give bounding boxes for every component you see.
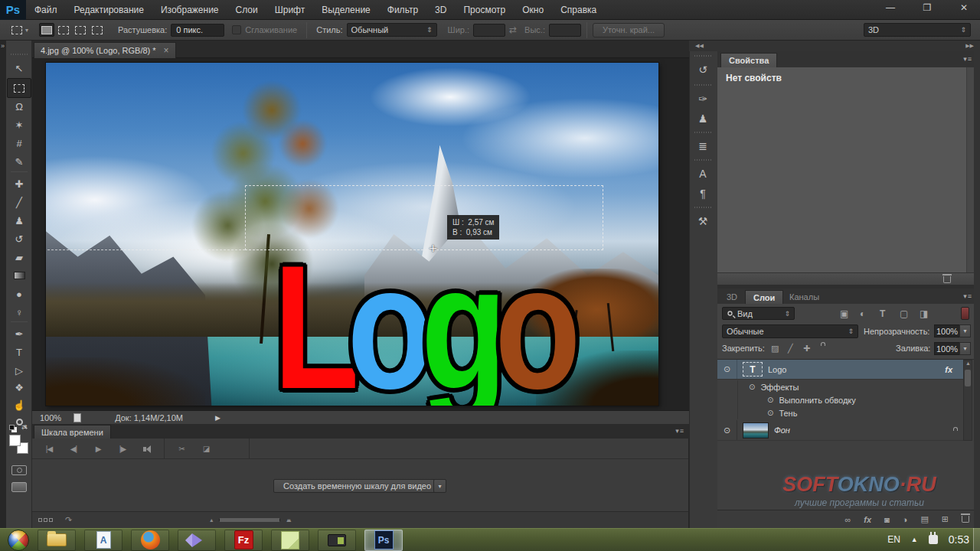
dodge-tool[interactable]: ♀ [8,304,30,321]
minimize-button[interactable]: — [880,2,900,13]
filter-adjustment-layers-icon[interactable]: ◐ [860,308,865,319]
lock-transparency-icon[interactable]: ▨ [771,344,779,354]
eraser-tool[interactable]: ▰ [8,249,30,266]
tab-layers[interactable]: Слои [745,290,783,304]
delete-layer-icon[interactable] [962,516,969,523]
mute-audio-icon[interactable] [135,445,159,453]
layer-mask-icon[interactable]: ◙ [884,515,890,524]
visibility-eye-icon[interactable]: ⊙ [767,396,773,404]
hand-tool[interactable]: ☝ [8,396,30,413]
swap-dimensions-icon[interactable]: ⇄ [509,24,517,35]
layer-group-icon[interactable]: ▤ [920,514,928,524]
menu-help[interactable]: Справка [552,0,605,20]
clone-source-panel-icon[interactable]: ♟ [691,109,714,129]
layer-filter-toggle[interactable] [961,307,969,320]
flowline-icon[interactable]: ↷ [65,515,72,525]
previous-frame-button[interactable]: ◀| [61,445,86,453]
layer-row-logo[interactable]: ⊙ T Logo fx [717,360,963,380]
selection-intersect-button[interactable] [90,23,105,37]
dock-gripper[interactable] [694,159,711,161]
shadow-effect-row[interactable]: ⊙ Тень [737,406,963,419]
taskbar-clock[interactable]: 0:53 [949,533,969,546]
document-tab[interactable]: 4.jpg @ 100% (Logo, RGB/8) * × [34,42,176,58]
taskbar-recorder-button[interactable] [318,530,356,551]
new-layer-icon[interactable]: ⊞ [942,514,949,524]
layer-row-background[interactable]: ⊙ Фон [717,420,963,441]
power-plug-icon[interactable] [929,535,938,544]
layer-style-icon[interactable]: fx [864,515,871,524]
properties-panel-menu-icon[interactable]: ▾≡ [963,55,972,63]
menu-window[interactable]: Окно [514,0,552,20]
history-brush-tool[interactable]: ↺ [8,230,30,247]
toolbar-gripper[interactable] [11,54,28,55]
restore-button[interactable]: ❐ [917,2,937,13]
visibility-eye-icon[interactable]: ⊙ [767,409,773,417]
brush-tool[interactable]: ╱ [8,194,30,210]
layer-name[interactable]: Logo [768,365,786,374]
taskbar-notes-button[interactable] [271,530,309,551]
character-panel-icon[interactable]: A [691,164,714,184]
brush-presets-panel-icon[interactable]: ✑ [691,89,714,109]
start-button[interactable] [8,530,29,551]
layer-effects-row[interactable]: ⊙ Эффекты [737,380,963,393]
tool-preset-dropdown-icon[interactable]: ▾ [25,27,28,34]
visibility-eye-icon[interactable]: ⊙ [717,420,737,440]
logo-text-layer[interactable]: Logo [273,240,569,406]
timeline-tab[interactable]: Шкала времени [34,425,111,439]
selection-marquee[interactable] [245,185,603,250]
fill-dropdown-icon[interactable]: ▾ [959,342,971,355]
taskbar-filezilla-button[interactable]: Fz [224,530,263,551]
timeline-type-dropdown[interactable]: ▾ [433,479,446,493]
close-button[interactable]: ✕ [954,2,974,13]
gradient-tool[interactable] [8,267,30,284]
timeline-panel-menu-icon[interactable]: ▾≡ [675,427,684,435]
healing-brush-tool[interactable]: ✚ [8,175,30,192]
quick-mask-button[interactable] [11,465,27,475]
taskbar-kmplayer-button[interactable] [178,530,216,551]
link-layers-icon[interactable]: ∞ [844,515,851,524]
text-layer-thumbnail[interactable]: T [743,362,763,377]
lasso-tool[interactable]: Ω [8,98,30,115]
history-panel-icon[interactable]: ↺ [691,60,714,80]
menu-layers[interactable]: Слои [227,0,266,20]
photo-document[interactable]: Logo Ш : 2,57 см В : 0,93 см + [46,63,658,406]
style-select[interactable]: Обычный⇕ [347,23,437,37]
opacity-dropdown-icon[interactable]: ▾ [959,324,971,337]
scroll-up-icon[interactable]: ▲ [965,360,971,366]
refine-edge-button[interactable]: Уточн. край... [593,23,665,37]
width-input[interactable] [473,24,505,37]
dock-gripper[interactable] [694,207,711,208]
zoom-level-field[interactable]: 100% [40,413,61,422]
menu-3d[interactable]: 3D [426,0,455,20]
magic-wand-tool[interactable]: ✶ [8,116,30,133]
dock-gripper[interactable] [694,55,711,57]
path-selection-tool[interactable]: ▷ [8,362,30,379]
menu-filter[interactable]: Фильтр [379,0,426,20]
selection-add-button[interactable] [56,23,71,37]
dock-gripper[interactable] [694,84,711,86]
scrollbar-thumb[interactable] [965,370,971,386]
layer-filter-kind-select[interactable]: Вид ⇕ [722,307,795,320]
document-tab-close-icon[interactable]: × [164,45,169,56]
tool-preset-icon[interactable] [9,23,24,37]
layer-effects-badge[interactable]: fx [945,365,952,374]
canvas-area[interactable]: Logo Ш : 2,57 см В : 0,93 см + [32,58,689,410]
menu-view[interactable]: Просмотр [455,0,514,20]
workspace-select[interactable]: 3D⇕ [864,23,971,37]
collapse-dock-icon[interactable]: ◀◀ [695,43,704,49]
custom-shape-tool[interactable]: ❖ [8,379,30,396]
filter-pixel-layers-icon[interactable]: ▣ [840,308,848,319]
properties-tab[interactable]: Свойства [720,53,777,67]
transition-icon[interactable]: ◪ [194,445,218,453]
dock-gripper[interactable] [694,132,711,133]
menu-file[interactable]: Файл [26,0,66,20]
adjustment-layer-icon[interactable]: ◑ [903,515,908,524]
status-options-icon[interactable]: ▶ [215,414,220,422]
measurement-log-panel-icon[interactable]: ≣ [691,136,714,156]
swap-colors-icon[interactable]: ⇄ [21,423,28,431]
taskbar-firefox-button[interactable] [131,530,169,551]
selection-subtract-button[interactable] [73,23,88,37]
layers-scrollbar[interactable]: ▲ [963,360,972,441]
layers-panel-menu-icon[interactable]: ▾≡ [963,292,972,300]
layer-name[interactable]: Фон [774,425,790,435]
